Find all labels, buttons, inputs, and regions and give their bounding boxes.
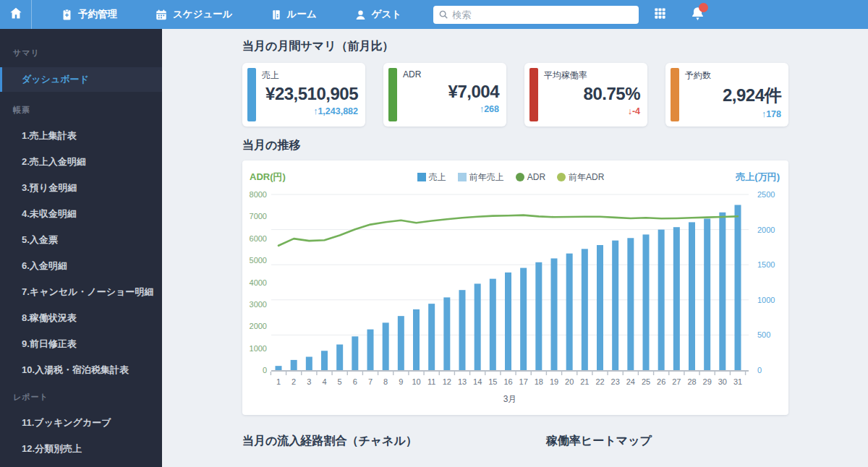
svg-text:21: 21: [580, 377, 589, 386]
sidebar-item-dashboard[interactable]: ダッシュボード: [0, 67, 162, 92]
kpi-delta: ↓-4: [544, 106, 640, 116]
legend-item[interactable]: ADR: [516, 172, 545, 182]
svg-text:14: 14: [473, 377, 482, 386]
sidebar-item-payment-slip[interactable]: 5.入金票: [0, 227, 162, 253]
svg-text:10: 10: [412, 377, 420, 386]
sidebar-item-payment-detail[interactable]: 6.入金明細: [0, 253, 162, 279]
kpi-label: 予約数: [685, 68, 781, 82]
kpi-delta: ↑1,243,882: [262, 106, 358, 116]
legend-item[interactable]: 前年売上: [458, 171, 504, 184]
nav-item-label: ゲスト: [372, 8, 401, 21]
kpi-card-reservations: 予約数 2,924件 ↑178: [665, 63, 788, 127]
kpi-accent-bar: [247, 68, 256, 121]
apps-grid-button[interactable]: [647, 0, 672, 29]
svg-text:8000: 8000: [250, 190, 267, 199]
heatmap-title: 稼働率ヒートマップ: [546, 434, 652, 449]
legend-square-swatch: [417, 173, 426, 181]
svg-text:23: 23: [611, 377, 620, 386]
svg-text:16: 16: [503, 377, 512, 386]
kpi-card-occupancy: 平均稼働率 80.75% ↓-4: [524, 63, 647, 127]
bottom-section-headings: 当月の流入経路割合（チャネル） 稼働率ヒートマップ: [242, 434, 788, 449]
sidebar-item-sales-summary[interactable]: 1.売上集計表: [0, 123, 162, 149]
kpi-delta: ↑178: [685, 109, 781, 119]
svg-text:7: 7: [368, 377, 373, 386]
svg-text:8: 8: [383, 377, 388, 386]
main-content: 当月の月間サマリ（前月比） 売上 ¥23,510,905 ↑1,243,882 …: [162, 29, 868, 467]
svg-text:500: 500: [757, 330, 770, 339]
kpi-card-sales: 売上 ¥23,510,905 ↑1,243,882: [242, 63, 365, 127]
svg-text:0: 0: [757, 366, 762, 374]
sidebar-item-deposit-detail[interactable]: 3.預り金明細: [0, 175, 162, 201]
kpi-accent-bar: [388, 68, 397, 121]
svg-text:6: 6: [353, 377, 357, 386]
trend-title: 当月の推移: [242, 138, 868, 153]
door-icon: [271, 9, 282, 21]
legend-item[interactable]: 売上: [417, 171, 446, 184]
search-input[interactable]: [433, 6, 639, 24]
sidebar: サマリ ダッシュボード 帳票 1.売上集計表 2.売上入金明細 3.預り金明細 …: [0, 29, 162, 467]
nav-item-guests[interactable]: ゲスト: [354, 8, 401, 21]
kpi-value: ¥7,004: [403, 82, 499, 102]
kpi-label: 平均稼働率: [544, 68, 640, 82]
sidebar-section-reports: レポート: [0, 383, 162, 410]
nav-item-label: スケジュール: [173, 8, 233, 21]
summary-title: 当月の月間サマリ（前月比）: [242, 39, 868, 54]
sidebar-item-occupancy-status[interactable]: 8.稼働状況表: [0, 305, 162, 331]
legend-circle-swatch: [557, 173, 566, 181]
sidebar-item-previous-day-correction[interactable]: 9.前日修正表: [0, 331, 162, 357]
svg-text:4000: 4000: [250, 278, 267, 287]
trend-chart-card: ADR(円) 売上前年売上ADR前年ADR 売上(万円) 01000200030…: [242, 160, 788, 415]
sidebar-section-forms: 帳票: [0, 96, 162, 123]
svg-text:6000: 6000: [250, 234, 267, 243]
sidebar-item-sales-deposit-detail[interactable]: 2.売上入金明細: [0, 149, 162, 175]
svg-text:29: 29: [703, 377, 712, 386]
kpi-accent-bar: [529, 68, 538, 121]
svg-text:1000: 1000: [757, 296, 775, 304]
svg-text:1000: 1000: [250, 344, 267, 353]
nav-item-schedule[interactable]: スケジュール: [155, 8, 233, 21]
sidebar-item-guest-analysis[interactable]: 13.ゲスト別分析表: [0, 462, 162, 467]
guest-icon: [354, 9, 367, 21]
legend-item[interactable]: 前年ADR: [557, 171, 604, 184]
svg-text:1: 1: [276, 377, 281, 386]
legend-circle-swatch: [516, 173, 524, 181]
kpi-delta: ↑268: [403, 104, 499, 114]
kpi-label: ADR: [403, 68, 499, 80]
svg-text:5: 5: [338, 377, 342, 386]
sidebar-item-sales-by-category[interactable]: 12.分類別売上: [0, 436, 162, 462]
kpi-label: 売上: [262, 68, 358, 82]
svg-text:15: 15: [488, 377, 497, 386]
sidebar-item-cancel-noshow[interactable]: 7.キャンセル・ノーショー明細: [0, 279, 162, 305]
notifications-button[interactable]: [685, 0, 710, 29]
home-icon: [9, 6, 23, 23]
svg-text:3月: 3月: [503, 394, 517, 404]
svg-text:31: 31: [733, 377, 742, 386]
svg-text:26: 26: [657, 377, 665, 386]
legend-square-swatch: [458, 173, 467, 181]
nav-item-label: ルーム: [287, 8, 317, 21]
svg-text:20: 20: [565, 377, 574, 386]
sidebar-item-bath-tax[interactable]: 10.入湯税・宿泊税集計表: [0, 357, 162, 383]
legend-label: 前年ADR: [569, 171, 604, 184]
legend-label: 売上: [429, 171, 446, 184]
sidebar-item-booking-curve[interactable]: 11.ブッキングカーブ: [0, 410, 162, 436]
trend-chart: 0100020003000400050006000700080000500100…: [242, 185, 788, 411]
svg-text:28: 28: [687, 377, 696, 386]
nav-item-rooms[interactable]: ルーム: [271, 8, 317, 21]
nav-item-reservations[interactable]: 予約管理: [61, 8, 117, 21]
svg-text:2000: 2000: [250, 322, 267, 330]
sidebar-section-summary: サマリ: [0, 39, 162, 66]
svg-text:22: 22: [595, 377, 604, 386]
calendar-icon: [155, 9, 168, 21]
svg-text:13: 13: [458, 377, 467, 386]
svg-text:25: 25: [642, 377, 650, 386]
sidebar-item-receivable-detail[interactable]: 4.未収金明細: [0, 201, 162, 227]
svg-text:7000: 7000: [250, 212, 267, 220]
svg-text:17: 17: [519, 377, 528, 386]
svg-text:18: 18: [535, 377, 543, 386]
legend-label: 前年売上: [469, 171, 504, 184]
home-button[interactable]: [0, 0, 32, 29]
clipboard-plus-icon: [61, 9, 73, 21]
legend-label: ADR: [527, 172, 545, 182]
kpi-row: 売上 ¥23,510,905 ↑1,243,882 ADR ¥7,004 ↑26…: [242, 63, 788, 127]
